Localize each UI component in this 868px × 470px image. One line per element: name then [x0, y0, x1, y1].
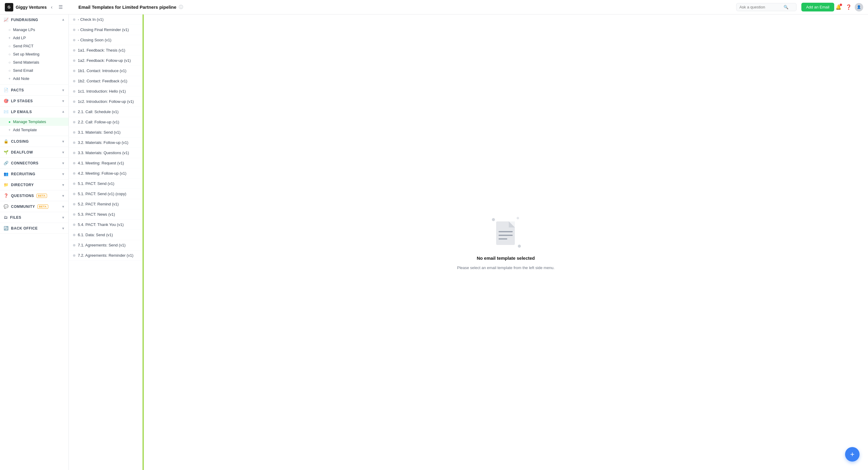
- closing-chevron: ▼: [62, 140, 65, 143]
- send-materials-label: Send Materials: [13, 60, 39, 65]
- sidebar-section-header-back-office[interactable]: 🔄BACK OFFICE▼: [0, 223, 68, 233]
- sidebar-section-title-recruiting: RECRUITING: [11, 172, 36, 176]
- sidebar-item-add-lp[interactable]: +Add LP: [0, 34, 68, 42]
- template-item-pact-remind[interactable]: 5.2. PACT: Remind (v1): [69, 199, 143, 209]
- template-item-closing-soon[interactable]: - Closing Soon (v1): [69, 35, 143, 45]
- sidebar-section-header-recruiting[interactable]: 👥RECRUITING▼: [0, 169, 68, 179]
- directory-section-icon: 📁: [4, 183, 9, 187]
- help-icon[interactable]: ⓘ: [179, 4, 183, 10]
- template-item-intro-hello[interactable]: 1c1. Introduction: Hello (v1): [69, 86, 143, 97]
- empty-state-subtitle: Please select an email template from the…: [457, 265, 555, 270]
- sidebar-section-header-community[interactable]: 💬COMMUNITYBETA▼: [0, 201, 68, 212]
- template-dot-meeting-request: [73, 162, 75, 164]
- sidebar-section-questions: ❓QUESTIONSBETA▼: [0, 190, 68, 201]
- menu-button[interactable]: ☰: [57, 3, 65, 11]
- sidebar-item-manage-templates[interactable]: ●Manage Templates: [0, 118, 68, 126]
- sidebar-item-manage-lps[interactable]: ○Manage LPs: [0, 26, 68, 34]
- sidebar-section-header-fundraising[interactable]: 📈FUNDRAISING▼: [0, 14, 68, 25]
- sidebar-section-header-directory[interactable]: 📁DIRECTORY▼: [0, 180, 68, 190]
- sidebar-section-header-closing[interactable]: 🔒CLOSING▼: [0, 136, 68, 147]
- sidebar-item-add-template[interactable]: +Add Template: [0, 126, 68, 134]
- sidebar-section-header-lp-emails[interactable]: ✉️LP Emails▼: [0, 106, 68, 117]
- manage-templates-icon: ●: [8, 120, 10, 124]
- back-office-section-icon: 🔄: [4, 226, 9, 230]
- sidebar-section-header-connectors[interactable]: 🔗CONNECTORS▼: [0, 158, 68, 168]
- template-dot-contact-feedback: [73, 80, 75, 82]
- template-item-materials-send[interactable]: 3.1. Materials: Send (v1): [69, 127, 143, 137]
- sidebar-section-header-dealflow[interactable]: 🌱DEALFLOW▼: [0, 147, 68, 157]
- template-item-pact-send-copy[interactable]: 5.1. PACT: Send (v1) (copy): [69, 189, 143, 199]
- collapse-sidebar-button[interactable]: ‹: [49, 3, 54, 11]
- notification-dot: [840, 4, 842, 6]
- template-item-pact-send[interactable]: 5.1. PACT: Send (v1): [69, 179, 143, 189]
- template-item-materials-followup[interactable]: 3.2. Materials: Follow-up (v1): [69, 137, 143, 148]
- send-email-icon: ○: [8, 68, 10, 73]
- search-input[interactable]: [740, 5, 782, 9]
- send-email-label: Send Email: [13, 68, 33, 73]
- files-chevron: ▼: [62, 216, 65, 219]
- template-item-agreements-send[interactable]: 7.1. Agreements: Send (v1): [69, 240, 143, 250]
- sidebar-item-send-email[interactable]: ○Send Email: [0, 66, 68, 74]
- template-item-call-followup[interactable]: 2.2. Call: Follow-up (v1): [69, 117, 143, 127]
- empty-state-title: No email template selected: [477, 255, 535, 261]
- template-item-closing-final-reminder[interactable]: - Closing Final Reminder (v1): [69, 25, 143, 35]
- sidebar-item-send-pact[interactable]: ○Send PACT: [0, 42, 68, 50]
- template-dot-call-schedule: [73, 111, 75, 113]
- template-dot-check-in: [73, 19, 75, 21]
- template-item-agreements-reminder[interactable]: 7.2. Agreements: Reminder (v1): [69, 250, 143, 261]
- template-item-materials-questions[interactable]: 3.3. Materials: Questions (v1): [69, 148, 143, 158]
- sidebar-section-header-files[interactable]: 🗂FILES▼: [0, 212, 68, 223]
- sidebar-section-back-office: 🔄BACK OFFICE▼: [0, 223, 68, 234]
- lp-emails-section-icon: ✉️: [4, 109, 9, 114]
- template-list: - Check In (v1)- Closing Final Reminder …: [69, 14, 144, 470]
- template-item-intro-followup[interactable]: 1c2. Introduction: Follow-up (v1): [69, 97, 143, 107]
- template-item-check-in[interactable]: - Check In (v1): [69, 14, 143, 25]
- questions-chevron: ▼: [62, 194, 65, 197]
- send-pact-label: Send PACT: [13, 44, 33, 48]
- sidebar-section-title-pacts: PACTs: [11, 88, 24, 92]
- add-email-button[interactable]: Add an Email: [801, 3, 834, 11]
- sidebar-item-add-note[interactable]: +Add Note: [0, 74, 68, 83]
- company-name: Giggy Ventures: [16, 5, 47, 10]
- back-office-chevron: ▼: [62, 226, 65, 230]
- sidebar-section-lp-emails: ✉️LP Emails▼●Manage Templates+Add Templa…: [0, 106, 68, 136]
- sidebar-section-lp-stages: 🎯LP Stages▼: [0, 96, 68, 106]
- sidebar: 📈FUNDRAISING▼○Manage LPs+Add LP○Send PAC…: [0, 14, 69, 470]
- fab-button[interactable]: +: [845, 447, 860, 462]
- template-label-intro-followup: 1c2. Introduction: Follow-up (v1): [78, 99, 138, 104]
- template-item-data-send[interactable]: 6.1. Data: Send (v1): [69, 230, 143, 240]
- template-dot-pact-send-copy: [73, 193, 75, 195]
- sidebar-section-header-pacts[interactable]: 📄PACTs▼: [0, 85, 68, 95]
- template-label-materials-followup: 3.2. Materials: Follow-up (v1): [78, 140, 138, 145]
- help-button[interactable]: ❓: [844, 3, 853, 11]
- template-item-meeting-request[interactable]: 4.1. Meeting: Request (v1): [69, 158, 143, 168]
- sidebar-section-header-questions[interactable]: ❓QUESTIONSBETA▼: [0, 190, 68, 201]
- template-dot-intro-hello: [73, 90, 75, 93]
- template-label-closing-final-reminder: - Closing Final Reminder (v1): [78, 27, 138, 32]
- template-item-contact-feedback[interactable]: 1b2. Contact: Feedback (v1): [69, 76, 143, 86]
- sidebar-section-pacts: 📄PACTs▼: [0, 85, 68, 96]
- notifications-button[interactable]: 🔔: [834, 3, 843, 11]
- sidebar-section-header-lp-stages[interactable]: 🎯LP Stages▼: [0, 96, 68, 106]
- template-item-feedback-thesis[interactable]: 1a1. Feedback: Thesis (v1): [69, 45, 143, 56]
- search-box[interactable]: 🔍: [736, 3, 797, 11]
- template-item-contact-introduce[interactable]: 1b1. Contact: Introduce (v1): [69, 66, 143, 76]
- sidebar-section-fundraising: 📈FUNDRAISING▼○Manage LPs+Add LP○Send PAC…: [0, 14, 68, 85]
- sidebar-section-connectors: 🔗CONNECTORS▼: [0, 158, 68, 169]
- connectors-chevron: ▼: [62, 161, 65, 165]
- template-item-call-schedule[interactable]: 2.1. Call: Schedule (v1): [69, 107, 143, 117]
- template-label-materials-send: 3.1. Materials: Send (v1): [78, 130, 138, 134]
- template-item-pact-thankyou[interactable]: 5.4. PACT: Thank You (v1): [69, 220, 143, 230]
- template-dot-agreements-send: [73, 244, 75, 247]
- avatar[interactable]: 👤: [855, 3, 863, 11]
- template-item-pact-news[interactable]: 5.3. PACT: News (v1): [69, 209, 143, 220]
- template-item-meeting-followup[interactable]: 4.2. Meeting: Follow-up (v1): [69, 168, 143, 179]
- template-label-meeting-followup: 4.2. Meeting: Follow-up (v1): [78, 171, 138, 176]
- sidebar-item-send-materials[interactable]: ○Send Materials: [0, 58, 68, 66]
- template-item-feedback-followup[interactable]: 1a2. Feedback: Follow-up (v1): [69, 56, 143, 66]
- page-title: Email Templates for Limited Partners pip…: [79, 4, 177, 10]
- template-dot-data-send: [73, 234, 75, 236]
- template-dot-pact-news: [73, 213, 75, 216]
- dealflow-section-icon: 🌱: [4, 150, 9, 154]
- sidebar-item-set-up-meeting[interactable]: ○Set up Meeting: [0, 50, 68, 58]
